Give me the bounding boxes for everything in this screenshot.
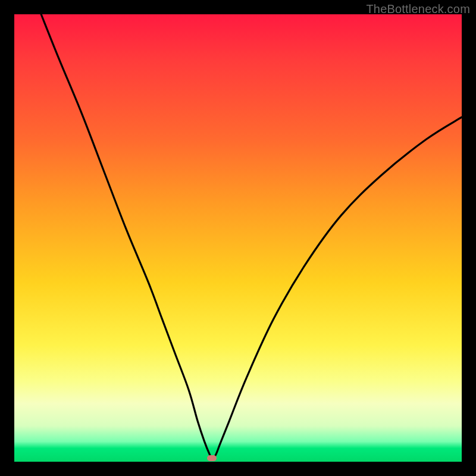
bottleneck-curve bbox=[14, 14, 462, 462]
optimum-marker bbox=[207, 455, 217, 461]
chart-frame: TheBottleneck.com bbox=[0, 0, 476, 476]
plot-area bbox=[14, 14, 462, 462]
